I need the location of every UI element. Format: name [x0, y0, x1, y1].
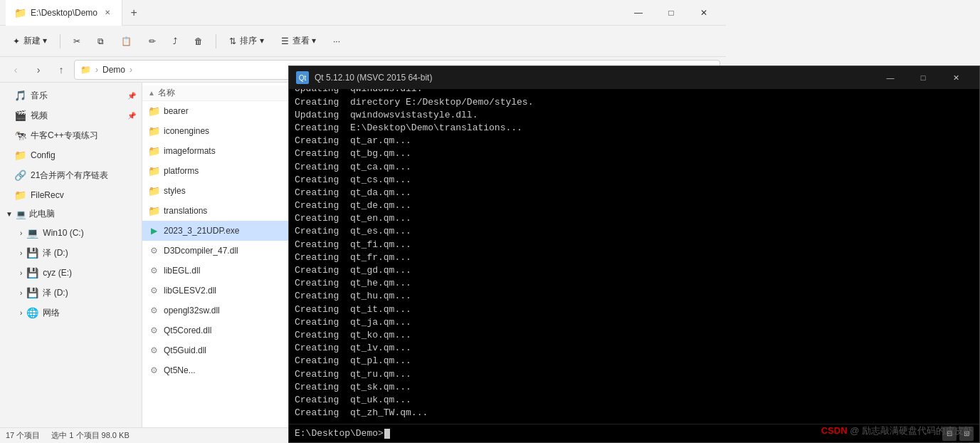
this-pc-label: 此电脑 [29, 208, 55, 220]
sidebar-merge-label: 21合并两个有序链表 [31, 170, 108, 182]
dll-qt5guid-icon: ⚙ [148, 345, 159, 356]
terminal-line: Updating qwindows.dll. [295, 89, 974, 96]
file-platforms-name: platforms [164, 166, 199, 176]
sidebar-item-config[interactable]: 📁 Config [0, 145, 142, 165]
video-pin-icon: 📌 [127, 112, 136, 120]
forward-btn[interactable]: › [28, 60, 48, 80]
this-pc-header[interactable]: ▼ 💻 此电脑 [0, 205, 142, 223]
sidebar-item-niuke[interactable]: 🐄 牛客C++专项练习 [0, 125, 142, 145]
view-label: 查看 ▾ [293, 35, 316, 47]
terminal-close-btn[interactable]: ✕ [939, 66, 972, 89]
file-qt5guid-name: Qt5Guid.dll [164, 345, 206, 355]
file-translations-name: translations [164, 206, 207, 216]
terminal-controls: — □ ✕ [874, 66, 972, 89]
more-button[interactable]: ··· [326, 30, 347, 53]
terminal-line: Creating qt_ca.qm... [295, 161, 974, 174]
drive-d2-icon: 💾 [26, 287, 38, 298]
terminal-line: Creating qt_da.qm... [295, 187, 974, 199]
back-btn[interactable]: ‹ [6, 60, 26, 80]
scroll-up-arrow[interactable]: ▲ [148, 89, 155, 97]
window-controls: — □ ✕ [622, 0, 720, 26]
explorer-title-bar: 📁 E:\Desktop\Demo ✕ + — □ ✕ [0, 0, 726, 26]
sidebar-item-network[interactable]: › 🌐 网络 [0, 303, 142, 323]
dll-libgles-icon: ⚙ [148, 285, 159, 296]
share-button[interactable]: ⤴ [166, 30, 184, 53]
rename-button[interactable]: ✏ [142, 30, 163, 53]
paste-button[interactable]: 📋 [114, 30, 139, 53]
terminal-line: Creating qt_ko.qm... [295, 329, 974, 342]
maximize-btn[interactable]: □ [655, 0, 687, 26]
prompt-text: E:\Desktop\Demo> [295, 428, 384, 439]
tab-folder-icon: 📁 [14, 7, 26, 19]
terminal-line: Creating E:\Desktop\Demo\translations... [295, 122, 974, 135]
file-qt5cored-name: Qt5Cored.dll [164, 325, 211, 335]
terminal-line: Creating qt_ar.qm... [295, 135, 974, 147]
cut-button[interactable]: ✂ [66, 30, 88, 53]
dll-qt5ne-icon: ⚙ [148, 365, 159, 376]
expand-d2-icon: › [20, 289, 22, 297]
terminal-line: Creating qt_es.qm... [295, 225, 974, 238]
merge-icon: 🔗 [14, 170, 26, 181]
dll-d3d-icon: ⚙ [148, 245, 159, 256]
terminal-maximize-btn[interactable]: □ [907, 66, 939, 89]
terminal-line: Updating qwindowsvistastyle.dll. [295, 109, 974, 122]
delete-icon: 🗑 [194, 36, 203, 46]
pc-icon: 💻 [16, 209, 26, 219]
expand-net-icon: › [20, 309, 22, 317]
terminal-minimize-btn[interactable]: — [874, 66, 907, 89]
view-button[interactable]: ☰ 查看 ▾ [274, 30, 323, 53]
file-qt5ne-name: Qt5Ne... [164, 365, 196, 375]
sidebar-item-filerecv[interactable]: 📁 FileRecv [0, 185, 142, 205]
rename-icon: ✏ [149, 36, 156, 46]
music-pin-icon: 📌 [127, 92, 136, 100]
tab-title: E:\Desktop\Demo [31, 8, 98, 18]
breadcrumb-separator: › [95, 65, 98, 75]
exe-icon: ▶ [148, 225, 159, 236]
expand-e-icon: › [20, 269, 22, 277]
sidebar-item-d2[interactable]: › 💾 泽 (D:) [0, 283, 142, 303]
sidebar-item-e[interactable]: › 💾 cyz (E:) [0, 263, 142, 283]
sidebar-item-merge[interactable]: 🔗 21合并两个有序链表 [0, 165, 142, 185]
toolbar: ✦ 新建 ▾ ✂ ⧉ 📋 ✏ ⤴ 🗑 ⇅ 排序 ▾ ☰ 查看 ▾ [0, 26, 726, 57]
sidebar-config-label: Config [31, 150, 56, 160]
copy-button[interactable]: ⧉ [90, 30, 111, 53]
sidebar-niuke-label: 牛客C++专项练习 [31, 130, 98, 142]
terminal-line: Creating qt_sk.qm... [295, 381, 974, 394]
new-button[interactable]: ✦ 新建 ▾ [6, 30, 54, 53]
sidebar-e-label: cyz (E:) [43, 268, 72, 278]
terminal-line: Creating qt_bg.qm... [295, 147, 974, 160]
minimize-btn[interactable]: — [622, 0, 655, 26]
tab-strip: 📁 E:\Desktop\Demo ✕ + [6, 0, 622, 26]
sidebar-item-c[interactable]: › 💻 Win10 (C:) [0, 223, 142, 243]
sidebar-video-label: 视频 [31, 110, 48, 122]
breadcrumb-folder-icon: 📁 [80, 65, 91, 75]
sidebar-item-d1[interactable]: › 💾 泽 (D:) [0, 243, 142, 263]
new-tab-btn[interactable]: + [122, 1, 145, 24]
sidebar-item-video[interactable]: 🎬 视频 📌 [0, 105, 142, 125]
file-exe-name: 2023_3_21UDP.exe [164, 226, 240, 236]
expand-c-icon: › [20, 229, 22, 237]
sidebar-filerecv-label: FileRecv [31, 190, 64, 200]
terminal-cursor [384, 429, 390, 439]
music-icon: 🎵 [14, 90, 26, 101]
sidebar-item-music[interactable]: 🎵 音乐 📌 [0, 85, 142, 105]
tab-close-btn[interactable]: ✕ [102, 7, 113, 18]
selected-items: 选中 1 个项目 98.0 KB [51, 430, 129, 441]
file-libegl-name: libEGL.dll [164, 266, 200, 276]
explorer-tab[interactable]: 📁 E:\Desktop\Demo ✕ [6, 0, 122, 26]
sort-icon: ⇅ [229, 36, 236, 46]
sort-button[interactable]: ⇅ 排序 ▾ [222, 30, 270, 53]
dll-libegl-icon: ⚙ [148, 265, 159, 276]
terminal-line: Creating qt_he.qm... [295, 277, 974, 290]
sidebar-d2-label: 泽 (D:) [43, 287, 68, 299]
sidebar-music-label: 音乐 [31, 90, 48, 102]
csdn-watermark: CSDN @ 励志敲满硬盘代码的皮皮虾 [821, 424, 973, 437]
up-btn[interactable]: ↑ [51, 60, 71, 80]
share-icon: ⤴ [173, 36, 177, 46]
file-styles-name: styles [164, 186, 186, 196]
dll-opengl-icon: ⚙ [148, 305, 159, 316]
delete-button[interactable]: 🗑 [187, 30, 210, 53]
close-btn[interactable]: ✕ [687, 0, 720, 26]
terminal-line: Creating qt_fr.qm... [295, 251, 974, 264]
sidebar-network-label: 网络 [43, 307, 60, 319]
